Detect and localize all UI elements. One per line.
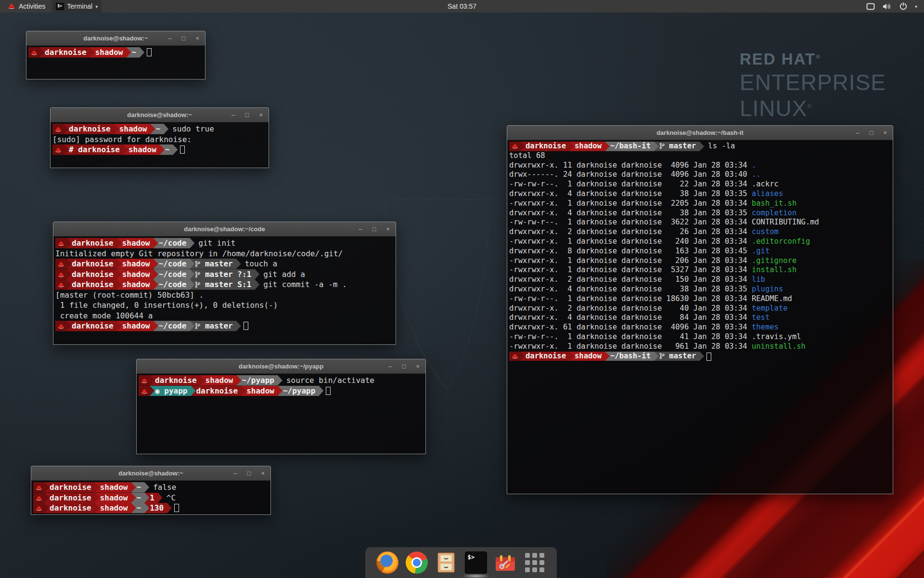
output-text: -rw-rw-r--. 1 darknoise darknoise 41 Jan… — [509, 332, 801, 341]
system-menu-chevron-icon[interactable]: ▾ — [915, 4, 917, 9]
close-button[interactable]: × — [386, 222, 390, 236]
terminal-content[interactable]: darknoiseshadow~sudo true[sudo] password… — [51, 122, 269, 168]
screen-share-icon[interactable] — [866, 3, 875, 10]
minimize-button[interactable]: – — [388, 359, 392, 374]
prompt-segment-host: shadow — [569, 142, 610, 151]
terminal-line: darknoiseshadow~/code master — [55, 321, 394, 331]
close-button[interactable]: × — [259, 108, 263, 122]
terminal-line: darknoiseshadow~false — [33, 482, 269, 493]
title-bar[interactable]: darknoise@shadow:~/code – □ × — [53, 222, 396, 236]
terminal-content[interactable]: darknoiseshadow~/codegit initInitialized… — [53, 236, 396, 344]
prompt-segment-venv: ◉ pyapp — [150, 386, 195, 396]
toolbox-icon[interactable] — [494, 552, 516, 574]
minimize-button[interactable]: – — [233, 466, 237, 481]
maximize-button[interactable]: □ — [247, 466, 251, 481]
terminal-line: drwxrwxr-x. 4 darknoise darknoise 38 Jan… — [509, 189, 891, 199]
close-button[interactable]: × — [261, 466, 265, 481]
firefox-icon[interactable] — [376, 552, 398, 574]
terminal-line: drwxrwxr-x. 61 darknoise darknoise 4096 … — [509, 323, 891, 332]
redhat-prompt-icon — [141, 389, 148, 394]
terminal-line: total 68 — [509, 151, 891, 161]
prompt-segment-user: darknoise — [66, 269, 122, 280]
output-text: . — [752, 161, 756, 170]
maximize-button[interactable]: □ — [182, 31, 186, 46]
command-text: git add a — [255, 270, 305, 279]
cursor — [174, 504, 179, 512]
cursor — [147, 48, 152, 56]
terminal-window-sudo[interactable]: darknoise@shadow:~ – □ × darknoiseshadow… — [50, 107, 269, 168]
minimize-button[interactable]: – — [168, 31, 171, 46]
terminal-window-bash-it[interactable]: darknoise@shadow:~/bash-it – □ × darknoi… — [507, 125, 893, 494]
clock[interactable]: Sat 03:57 — [448, 2, 476, 10]
git-branch-icon — [195, 261, 200, 267]
minimize-button[interactable]: – — [231, 108, 235, 122]
activities-button[interactable]: Activities — [5, 0, 48, 13]
output-text: -rw-rw-r--. 1 darknoise darknoise 18630 … — [509, 294, 792, 303]
title-bar[interactable]: darknoise@shadow:~/pyapp – □ × — [137, 359, 425, 374]
chrome-icon[interactable] — [406, 552, 428, 574]
close-button[interactable]: × — [416, 359, 420, 374]
terminal-line: [sudo] password for darknoise: — [52, 134, 267, 145]
prompt-segment-user: darknoise — [520, 142, 574, 151]
prompt-segment-user: darknoise — [44, 482, 100, 493]
command-text: sudo true — [164, 124, 214, 133]
dock: $> — [365, 547, 557, 578]
output-text: custom — [752, 227, 779, 236]
output-text: -rwxrwxr-x. 1 darknoise darknoise 961 Ja… — [509, 342, 752, 351]
power-icon[interactable] — [899, 2, 907, 10]
files-icon[interactable] — [435, 552, 457, 574]
maximize-button[interactable]: □ — [372, 222, 376, 236]
terminal-content[interactable]: darknoiseshadow~ — [26, 46, 205, 79]
prompt-segment-path: ~/code — [154, 259, 195, 269]
prompt-segment-user: darknoise — [64, 124, 119, 134]
prompt-segment-user: darknoise — [66, 279, 122, 290]
maximize-button[interactable]: □ — [402, 359, 406, 374]
brand-line-linux: LINUX® — [740, 95, 886, 121]
output-text: drwxrwxr-x. 11 darknoise darknoise 4096 … — [509, 161, 752, 170]
cursor — [244, 322, 248, 330]
output-text: themes — [752, 323, 779, 331]
terminal-window-home-1[interactable]: darknoise@shadow:~ – □ × darknoiseshadow… — [26, 31, 205, 79]
terminal-content[interactable]: darknoiseshadow~/bash-it masterls -latot… — [507, 140, 893, 494]
terminal-line: darknoiseshadow~1^C — [33, 493, 269, 503]
top-bar: Activities $> Terminal ▾ Sat 03:57 ▾ — [0, 0, 924, 13]
terminal-window-home-2[interactable]: darknoise@shadow:~ – □ × darknoiseshadow… — [31, 466, 271, 515]
output-text: template — [752, 304, 788, 313]
command-text: false — [144, 483, 176, 492]
terminal-window-pyapp[interactable]: darknoise@shadow:~/pyapp – □ × darknoise… — [136, 359, 426, 454]
redhat-prompt-icon — [58, 282, 64, 288]
prompt-segment-user: darknoise — [66, 259, 122, 269]
terminal-line: drwxrwxr-x. 4 darknoise darknoise 84 Jan… — [509, 313, 891, 323]
git-branch-icon — [195, 281, 200, 288]
terminal-window-code[interactable]: darknoise@shadow:~/code – □ × darknoises… — [53, 222, 396, 345]
prompt-segment-host: shadow — [95, 503, 136, 513]
close-button[interactable]: × — [883, 126, 887, 140]
output-text: -rw-rw-r--. 1 darknoise darknoise 22 Jan… — [509, 180, 779, 188]
maximize-button[interactable]: □ — [245, 108, 249, 122]
output-text: -rwxrwxr-x. 1 darknoise darknoise 240 Ja… — [509, 237, 752, 246]
terminal-content[interactable]: darknoiseshadow~/pyappsource bin/activat… — [137, 374, 425, 454]
command-text: git commit -a -m . — [255, 280, 346, 289]
minimize-button[interactable]: – — [359, 222, 362, 236]
minimize-button[interactable]: – — [856, 126, 859, 140]
terminal-content[interactable]: darknoiseshadow~falsedarknoiseshadow~1^C… — [31, 481, 270, 514]
focused-app-menu[interactable]: $> Terminal ▾ — [52, 0, 102, 13]
title-bar[interactable]: darknoise@shadow:~ – □ × — [31, 466, 270, 481]
terminal-line: 1 file changed, 0 insertions(+), 0 delet… — [55, 300, 394, 311]
close-button[interactable]: × — [195, 31, 199, 46]
prompt-segment-user: darknoise — [44, 503, 100, 513]
terminal-line: darknoiseshadow~/bash-it master — [509, 352, 891, 361]
app-grid-icon[interactable] — [524, 552, 546, 574]
output-text: drwxrwxr-x. 4 darknoise darknoise 38 Jan… — [509, 285, 752, 293]
prompt-segment-host: shadow — [90, 47, 131, 58]
terminal-icon[interactable]: $> — [465, 552, 487, 574]
title-bar[interactable]: darknoise@shadow:~ – □ × — [26, 31, 205, 46]
prompt-segment-host: shadow — [117, 259, 158, 269]
output-text: -rw-rw-r--. 1 darknoise darknoise 3622 J… — [509, 218, 819, 226]
volume-icon[interactable] — [883, 3, 892, 10]
title-bar[interactable]: darknoise@shadow:~ – □ × — [51, 108, 269, 122]
maximize-button[interactable]: □ — [870, 126, 873, 140]
prompt-segment-user: # darknoise — [64, 144, 128, 155]
terminal-app-icon: $> — [56, 3, 64, 10]
title-bar[interactable]: darknoise@shadow:~/bash-it – □ × — [507, 126, 893, 140]
